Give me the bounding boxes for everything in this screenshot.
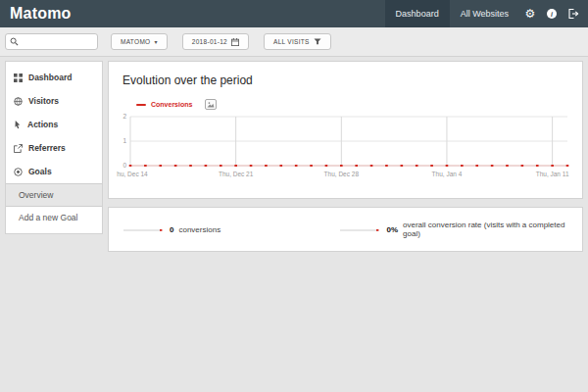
referrers-icon [14, 144, 23, 153]
date-picker-button[interactable]: 2018-01-12 [182, 33, 249, 50]
evolution-chart-card: Evolution over the period Conversions 01… [108, 61, 583, 199]
metrics-card: 0 conversions 0% overall conversion rate… [108, 207, 583, 252]
chevron-down-icon: ▾ [154, 38, 157, 45]
conversion-rate-metric[interactable]: 0% overall conversion rate (visits with … [338, 220, 582, 238]
goals-icon [14, 168, 23, 176]
top-menu-all-websites[interactable]: All Websites [450, 0, 519, 27]
chart-legend: Conversions [136, 99, 574, 110]
info-icon[interactable]: i [541, 0, 563, 27]
search-input[interactable] [22, 38, 93, 45]
svg-text:0: 0 [122, 162, 126, 169]
sidebar-item-add-new-goal[interactable]: Add a new Goal [6, 207, 102, 228]
sidebar-item-overview[interactable]: Overview [6, 183, 102, 207]
sidebar-item-referrers[interactable]: Referrers [6, 136, 102, 160]
top-header: Matomo Dashboard All Websites ⚙ i [0, 0, 588, 27]
conversions-sparkline [122, 223, 165, 235]
sidebar-item-dashboard[interactable]: Dashboard [6, 66, 102, 89]
svg-text:Thu, Jan 4: Thu, Jan 4 [432, 171, 463, 177]
app-logo[interactable]: Matomo [0, 5, 72, 23]
dashboard-icon [14, 74, 23, 82]
site-selector-button[interactable]: MATOMO ▾ [111, 33, 168, 50]
sidebar-item-goals[interactable]: Goals [6, 160, 102, 183]
conversions-metric[interactable]: 0 conversions [109, 223, 338, 235]
svg-text:Thu, Dec 28: Thu, Dec 28 [324, 171, 360, 177]
sidebar: Dashboard Visitors Actions Referrers Goa… [5, 61, 103, 234]
conversion-rate-sparkline [338, 223, 381, 235]
svg-text:Thu, Dec 21: Thu, Dec 21 [219, 171, 254, 177]
sidebar-item-visitors[interactable]: Visitors [6, 89, 102, 113]
toolbar: MATOMO ▾ 2018-01-12 ALL VISITS [0, 27, 588, 57]
svg-text:Thu, Jan 11: Thu, Jan 11 [536, 171, 569, 177]
segment-selector-button[interactable]: ALL VISITS [264, 33, 331, 50]
svg-text:1: 1 [122, 137, 126, 144]
calendar-icon [231, 38, 239, 46]
evolution-line-chart[interactable]: 012Thu, Dec 14Thu, Dec 21Thu, Dec 28Thu,… [117, 112, 574, 182]
signout-icon[interactable] [563, 0, 584, 27]
visitors-icon [14, 97, 23, 106]
sidebar-item-actions[interactable]: Actions [6, 113, 102, 136]
legend-label: Conversions [151, 101, 192, 108]
svg-text:2: 2 [122, 113, 126, 120]
export-image-icon[interactable] [205, 99, 217, 110]
chart-title: Evolution over the period [117, 74, 574, 87]
legend-line-swatch [136, 104, 146, 106]
search-box[interactable] [5, 33, 98, 50]
top-menu-dashboard[interactable]: Dashboard [385, 0, 450, 27]
top-menu: Dashboard All Websites ⚙ i [385, 0, 588, 27]
svg-text:Thu, Dec 14: Thu, Dec 14 [117, 171, 148, 177]
actions-icon [14, 121, 22, 129]
search-icon [10, 37, 19, 46]
settings-icon[interactable]: ⚙ [519, 0, 541, 27]
funnel-icon [314, 38, 321, 45]
